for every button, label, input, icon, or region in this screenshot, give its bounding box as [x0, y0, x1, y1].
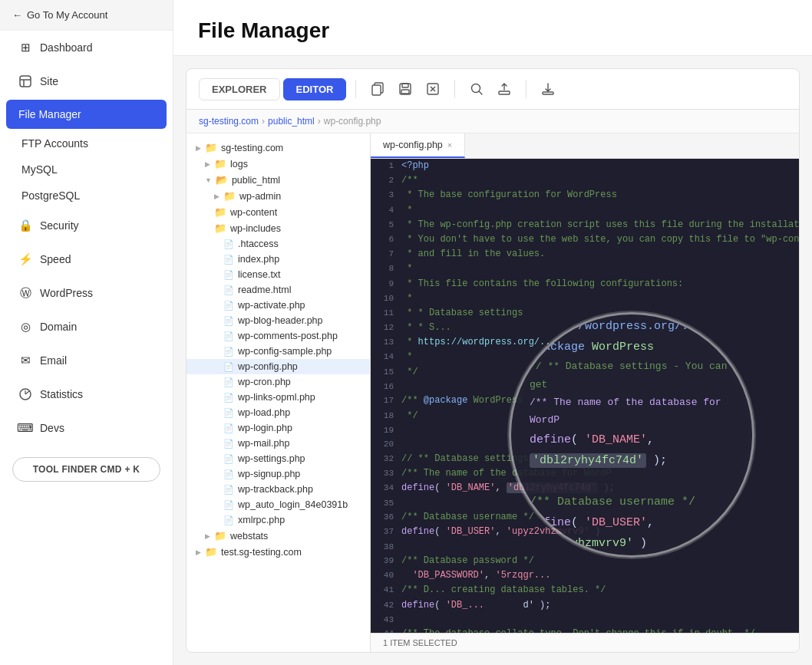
tree-label: readme.html — [238, 285, 291, 295]
file-icon: 📄 — [223, 255, 234, 265]
tree-item-wp-activate[interactable]: 📄 wp-activate.php — [186, 298, 370, 313]
save-button[interactable] — [393, 77, 418, 101]
fm-body: ▶ 📁 sg-testing.com ▶ 📁 logs ▼ 📂 public_h… — [186, 133, 799, 652]
explorer-tab[interactable]: EXPLORER — [199, 78, 280, 100]
svg-rect-6 — [401, 90, 409, 94]
tree-label: xmlrpc.php — [238, 515, 285, 525]
svg-rect-3 — [372, 85, 381, 95]
file-icon: 📄 — [223, 408, 234, 418]
go-to-account-label: Go To My Account — [27, 9, 107, 21]
sidebar-item-security[interactable]: 🔒 Security — [6, 210, 167, 241]
tree-label: wp-comments-post.php — [238, 331, 338, 341]
tree-item-wp-load[interactable]: 📄 wp-load.php — [186, 405, 370, 420]
tree-label: sg-testing.com — [221, 143, 283, 153]
svg-rect-13 — [543, 92, 553, 94]
tree-item-wp-config-sample[interactable]: 📄 wp-config-sample.php — [186, 344, 370, 359]
code-line-19: 19 — [371, 423, 799, 438]
sidebar-item-domain[interactable]: ◎ Domain — [6, 311, 167, 342]
code-line-41: 41/** D... creating database tables. */ — [371, 583, 799, 598]
download-button[interactable] — [536, 77, 560, 101]
tree-item-wp-signup[interactable]: 📄 wp-signup.php — [186, 466, 370, 482]
search-button[interactable] — [464, 77, 489, 101]
breadcrumb-part-1[interactable]: sg-testing.com — [199, 116, 259, 127]
upload-button[interactable] — [492, 77, 517, 101]
tree-item-xmlrpc[interactable]: 📄 xmlrpc.php — [186, 512, 370, 528]
sidebar-item-file-manager[interactable]: File Manager — [6, 100, 167, 129]
code-line-42: 42define( 'DB_... d' ); — [371, 598, 799, 613]
tree-label: wp_auto_login_84e0391b — [238, 499, 348, 510]
tree-item-webstats[interactable]: ▶ 📁 webstats — [186, 528, 370, 544]
tree-item-logs[interactable]: ▶ 📁 logs — [186, 156, 370, 172]
breadcrumb-part-3: wp-config.php — [324, 116, 381, 127]
tree-item-wp-trackback[interactable]: 📄 wp-trackback.php — [186, 482, 370, 497]
close-tab-button[interactable]: × — [447, 140, 452, 150]
svg-rect-12 — [499, 91, 510, 94]
sidebar-item-wordpress[interactable]: Ⓦ WordPress — [6, 278, 167, 308]
file-icon: 📄 — [223, 270, 234, 280]
tree-item-index-php[interactable]: 📄 index.php — [186, 252, 370, 267]
file-icon: 📄 — [223, 331, 234, 341]
code-editor[interactable]: 1<?php 2/** 3 * The base configuration f… — [371, 159, 799, 633]
code-line-13: 13 * https://wordpress.org/... — [371, 335, 799, 350]
tree-item-license[interactable]: 📄 license.txt — [186, 267, 370, 282]
file-icon: 📄 — [223, 469, 234, 479]
statistics-icon — [18, 387, 32, 401]
tab-filename: wp-config.php — [383, 140, 443, 150]
tree-item-wp-includes[interactable]: 📁 wp-includes — [186, 220, 370, 236]
svg-rect-0 — [20, 76, 31, 87]
file-icon: 📄 — [223, 239, 234, 249]
folder-icon: 📁 — [214, 222, 226, 234]
sidebar-item-ftp-accounts[interactable]: FTP Accounts — [0, 130, 173, 156]
tree-item-wp-blog-header[interactable]: 📄 wp-blog-header.php — [186, 313, 370, 328]
dashboard-icon: ⊞ — [18, 41, 32, 54]
tree-item-wp-links[interactable]: 📄 wp-links-opml.php — [186, 390, 370, 405]
editor-tabs: wp-config.php × — [371, 133, 799, 159]
sidebar-item-postgresql[interactable]: PostgreSQL — [0, 183, 173, 209]
sidebar-item-email[interactable]: ✉ Email — [6, 345, 167, 376]
breadcrumb-sep-1: › — [262, 116, 265, 127]
go-to-account-link[interactable]: ← Go To My Account — [0, 0, 173, 31]
tree-label: wp-config.php — [238, 361, 298, 372]
tree-label: wp-login.php — [238, 423, 292, 433]
folder-icon: 📁 — [205, 142, 217, 153]
tool-finder-button[interactable]: TOOL FINDER CMD + K — [12, 457, 160, 482]
tree-item-wp-comments[interactable]: 📄 wp-comments-post.php — [186, 328, 370, 344]
tree-label: wp-load.php — [238, 407, 290, 418]
tree-item-test-sg[interactable]: ▶ 📁 test.sg-testing.com — [186, 544, 370, 560]
sidebar-item-statistics[interactable]: Statistics — [6, 379, 167, 410]
tree-item-wp-auto-login[interactable]: 📄 wp_auto_login_84e0391b — [186, 497, 370, 512]
tree-label: webstats — [230, 531, 268, 542]
code-line-20: 20 — [371, 437, 799, 452]
breadcrumb-part-2[interactable]: public_html — [268, 116, 315, 127]
tree-label: wp-admin — [239, 191, 281, 202]
sidebar-item-dashboard[interactable]: ⊞ Dashboard — [6, 32, 167, 63]
copy-button[interactable] — [365, 77, 390, 101]
breadcrumb: sg-testing.com › public_html › wp-config… — [186, 110, 799, 133]
tree-item-sg-testing[interactable]: ▶ 📁 sg-testing.com — [186, 140, 370, 156]
tree-item-wp-admin[interactable]: ▶ 📁 wp-admin — [186, 188, 370, 204]
editor-pane: wp-config.php × 1<?php 2/** 3 * The base… — [371, 133, 799, 652]
tree-item-htaccess[interactable]: 📄 .htaccess — [186, 236, 370, 252]
tree-item-wp-mail[interactable]: 📄 wp-mail.php — [186, 436, 370, 451]
tree-label: wp-mail.php — [238, 438, 289, 449]
tree-item-wp-config[interactable]: 📄 wp-config.php — [186, 359, 370, 374]
tree-item-wp-settings[interactable]: 📄 wp-settings.php — [186, 451, 370, 466]
code-line-12: 12 * * S... — [371, 321, 799, 335]
tree-item-readme[interactable]: 📄 readme.html — [186, 282, 370, 298]
cancel-button[interactable] — [421, 77, 445, 101]
sidebar-item-mysql[interactable]: MySQL — [0, 156, 173, 183]
sidebar-item-devs[interactable]: ⌨ Devs — [6, 413, 167, 443]
editor-tab-wp-config[interactable]: wp-config.php × — [371, 133, 465, 158]
tree-label: wp-settings.php — [238, 453, 305, 464]
tree-item-wp-login[interactable]: 📄 wp-login.php — [186, 420, 370, 436]
tree-item-public-html[interactable]: ▼ 📂 public_html — [186, 172, 370, 188]
tree-item-wp-cron[interactable]: 📄 wp-cron.php — [186, 374, 370, 390]
sidebar-item-site[interactable]: Site — [6, 66, 167, 97]
sidebar-item-speed[interactable]: ⚡ Speed — [6, 244, 167, 275]
sidebar: ← Go To My Account ⊞ Dashboard Site File… — [0, 0, 173, 665]
folder-blue-icon: 📂 — [216, 174, 228, 186]
page-title: File Manager — [198, 18, 787, 43]
editor-tab[interactable]: EDITOR — [283, 78, 347, 100]
tree-item-wp-content[interactable]: 📁 wp-content — [186, 204, 370, 220]
tree-label: wp-includes — [230, 223, 281, 234]
